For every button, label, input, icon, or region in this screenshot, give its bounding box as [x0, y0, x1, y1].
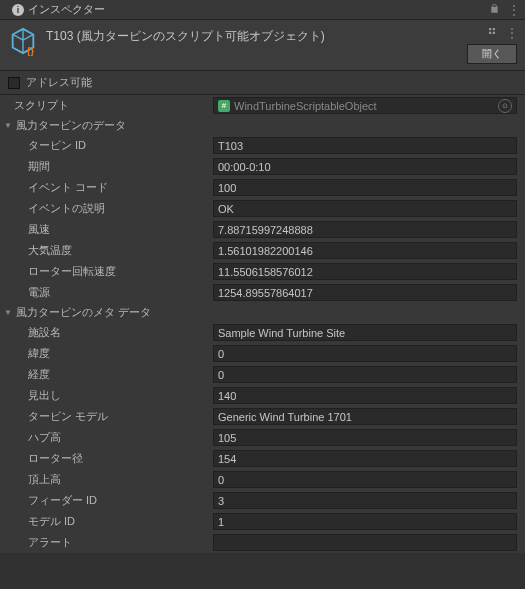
site-name-label: 施設名	[28, 325, 61, 340]
scriptable-object-icon: {}	[8, 26, 38, 56]
svg-text:{}: {}	[27, 46, 35, 56]
inspector-tab[interactable]: i インスペクター	[6, 0, 111, 19]
ambient-temp-input[interactable]	[213, 242, 517, 259]
inspector-tab-title: インスペクター	[28, 2, 105, 17]
turbine-id-row: タービン ID	[0, 135, 525, 156]
power-input[interactable]	[213, 284, 517, 301]
ambient-temp-row: 大気温度	[0, 240, 525, 261]
rotor-diam-label: ローター径	[28, 451, 83, 466]
script-row: スクリプト # WindTurbineScriptableObject ⊙	[0, 95, 525, 116]
turbine-model-row: タービン モデル	[0, 406, 525, 427]
period-row: 期間	[0, 156, 525, 177]
script-object-field[interactable]: # WindTurbineScriptableObject ⊙	[213, 97, 517, 114]
longitude-input[interactable]	[213, 366, 517, 383]
wind-speed-input[interactable]	[213, 221, 517, 238]
power-row: 電源	[0, 282, 525, 303]
script-icon: #	[218, 100, 230, 112]
preset-icon[interactable]	[486, 26, 498, 40]
section-data-header[interactable]: ▼風力タービンのデータ	[0, 116, 525, 135]
header-context-menu-icon[interactable]: ⋮	[506, 26, 517, 40]
longitude-label: 経度	[28, 367, 50, 382]
ambient-temp-label: 大気温度	[28, 243, 72, 258]
heading-label: 見出し	[28, 388, 61, 403]
hub-height-row: ハブ高	[0, 427, 525, 448]
addressable-checkbox[interactable]	[8, 77, 20, 89]
open-button[interactable]: 開く	[467, 44, 517, 64]
rotor-speed-input[interactable]	[213, 263, 517, 280]
latitude-row: 緯度	[0, 343, 525, 364]
turbine-model-label: タービン モデル	[28, 409, 108, 424]
section-meta-title: 風力タービンのメタ データ	[16, 305, 151, 320]
turbine-id-label: タービン ID	[28, 138, 86, 153]
script-label: スクリプト	[14, 98, 69, 113]
hub-height-label: ハブ高	[28, 430, 61, 445]
alert-row: アラート	[0, 532, 525, 553]
alert-label: アラート	[28, 535, 72, 550]
context-menu-icon[interactable]: ⋮	[508, 3, 519, 17]
heading-row: 見出し	[0, 385, 525, 406]
heading-input[interactable]	[213, 387, 517, 404]
hub-height-input[interactable]	[213, 429, 517, 446]
latitude-input[interactable]	[213, 345, 517, 362]
object-picker-icon[interactable]: ⊙	[498, 99, 512, 113]
foldout-icon: ▼	[4, 308, 14, 317]
feeder-id-input[interactable]	[213, 492, 517, 509]
model-id-row: モデル ID	[0, 511, 525, 532]
wind-speed-label: 風速	[28, 222, 50, 237]
addressable-row: アドレス可能	[0, 71, 525, 95]
feeder-id-row: フィーダー ID	[0, 490, 525, 511]
longitude-row: 経度	[0, 364, 525, 385]
rotor-diam-input[interactable]	[213, 450, 517, 467]
alert-input[interactable]	[213, 534, 517, 551]
asset-name: T103 (風力タービンのスクリプト可能オブジェクト)	[46, 28, 325, 45]
period-input[interactable]	[213, 158, 517, 175]
power-label: 電源	[28, 285, 50, 300]
tip-height-input[interactable]	[213, 471, 517, 488]
model-id-label: モデル ID	[28, 514, 75, 529]
turbine-model-input[interactable]	[213, 408, 517, 425]
site-name-row: 施設名	[0, 322, 525, 343]
foldout-icon: ▼	[4, 121, 14, 130]
lock-icon[interactable]	[489, 3, 500, 17]
rotor-diam-row: ローター径	[0, 448, 525, 469]
event-desc-row: イベントの説明	[0, 198, 525, 219]
script-value: WindTurbineScriptableObject	[234, 100, 498, 112]
event-desc-label: イベントの説明	[28, 201, 105, 216]
period-label: 期間	[28, 159, 50, 174]
event-code-row: イベント コード	[0, 177, 525, 198]
addressable-label: アドレス可能	[26, 75, 92, 90]
tip-height-label: 頂上高	[28, 472, 61, 487]
tip-height-row: 頂上高	[0, 469, 525, 490]
inspector-tab-bar: i インスペクター ⋮	[0, 0, 525, 20]
model-id-input[interactable]	[213, 513, 517, 530]
latitude-label: 緯度	[28, 346, 50, 361]
feeder-id-label: フィーダー ID	[28, 493, 97, 508]
rotor-speed-label: ローター回転速度	[28, 264, 116, 279]
event-code-input[interactable]	[213, 179, 517, 196]
rotor-speed-row: ローター回転速度	[0, 261, 525, 282]
event-desc-input[interactable]	[213, 200, 517, 217]
turbine-id-input[interactable]	[213, 137, 517, 154]
event-code-label: イベント コード	[28, 180, 108, 195]
info-icon: i	[12, 4, 24, 16]
site-name-input[interactable]	[213, 324, 517, 341]
wind-speed-row: 風速	[0, 219, 525, 240]
section-data-title: 風力タービンのデータ	[16, 118, 126, 133]
asset-header: {} T103 (風力タービンのスクリプト可能オブジェクト) ⋮ 開く	[0, 20, 525, 71]
section-meta-header[interactable]: ▼風力タービンのメタ データ	[0, 303, 525, 322]
